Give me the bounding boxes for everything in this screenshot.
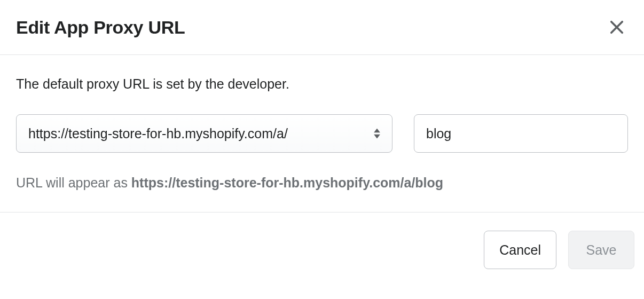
dialog-header: Edit App Proxy URL (0, 0, 644, 55)
dialog-footer: Cancel Save (0, 212, 644, 284)
proxy-prefix-select-wrap: https://testing-store-for-hb.myshopify.c… (16, 114, 392, 153)
proxy-prefix-select[interactable]: https://testing-store-for-hb.myshopify.c… (16, 114, 392, 153)
url-preview-hint: URL will appear as https://testing-store… (16, 175, 628, 191)
edit-app-proxy-dialog: Edit App Proxy URL The default proxy URL… (0, 0, 644, 284)
dialog-title: Edit App Proxy URL (16, 17, 185, 38)
close-icon (608, 18, 626, 36)
hint-prefix: URL will appear as (16, 175, 131, 190)
proxy-url-row: https://testing-store-for-hb.myshopify.c… (16, 114, 628, 153)
hint-url: https://testing-store-for-hb.myshopify.c… (131, 175, 443, 190)
dialog-description: The default proxy URL is set by the deve… (16, 76, 628, 92)
cancel-button[interactable]: Cancel (484, 231, 556, 269)
save-button[interactable]: Save (568, 231, 634, 269)
close-button[interactable] (606, 16, 628, 38)
dialog-body: The default proxy URL is set by the deve… (0, 55, 644, 212)
proxy-path-input[interactable] (414, 114, 628, 153)
